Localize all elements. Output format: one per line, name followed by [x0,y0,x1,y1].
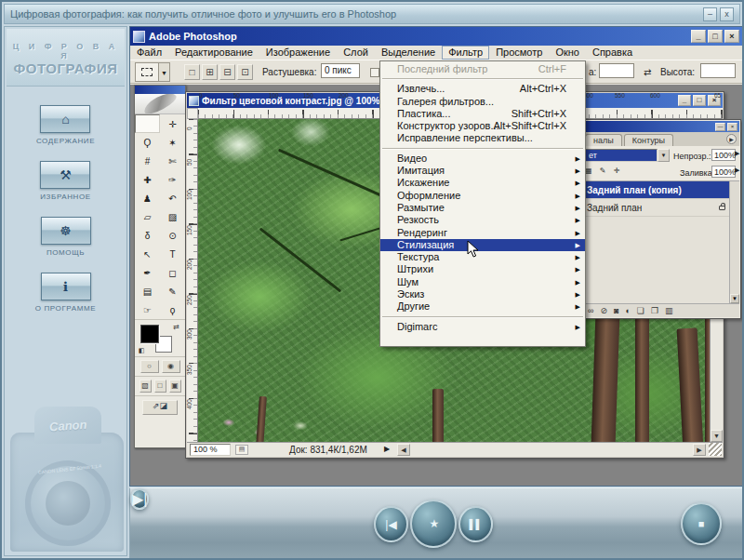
new-group-icon[interactable]: ❏ [637,306,644,315]
filter-menu-item[interactable]: Штрихи ▶ [380,263,585,275]
gradient-tool[interactable]: ▨ [160,207,185,226]
opacity-input[interactable]: 100% [711,149,736,161]
slice-tool[interactable]: ✄ [160,152,185,170]
fill-input[interactable]: 100% [711,166,736,178]
brush-tool[interactable]: ✑ [160,170,185,189]
menubar-item[interactable]: Справка [586,46,639,60]
filter-menu-item[interactable]: Другие ▶ [380,300,585,313]
toolbox-titlebar[interactable] [135,86,185,94]
scroll-down-icon[interactable]: ▼ [730,294,739,303]
delete-layer-icon[interactable]: ▥ [665,306,673,315]
pause-button[interactable]: ▌▌ [458,506,493,542]
lifebuoy-icon[interactable]: ☸ [41,217,91,245]
height-input[interactable] [700,63,736,78]
blend-mode-dropdown-icon[interactable]: ▼ [658,149,670,162]
fill-slider-icon[interactable]: ▶ [735,167,739,174]
filter-menu-item[interactable]: Эскиз ▶ [380,288,585,300]
shape-tool[interactable]: ◻ [160,263,185,282]
menubar-item[interactable]: Редактирование [168,46,259,60]
ps-close-button[interactable]: × [724,30,739,43]
filter-menu-item[interactable]: Оформление ▶ [380,190,585,202]
path-selection-tool[interactable]: ↖ [135,245,160,263]
healing-brush-tool[interactable]: ✚ [135,170,160,189]
zoom-level-input[interactable]: 100 % [190,444,231,456]
scroll-down-icon[interactable]: ▼ [711,430,723,442]
edit-in-imageready-button[interactable]: ⇗◪ [142,400,178,415]
quick-mask-button[interactable]: ◉ [162,360,180,373]
tab-paths[interactable]: Контуры [624,134,673,146]
stop-button[interactable]: ■ [681,502,722,545]
adjustment-layer-icon[interactable]: ◐ [625,306,630,315]
swap-dimensions-icon[interactable]: ⇄ [644,67,651,77]
ps-maximize-button[interactable]: □ [708,30,723,43]
scroll-right-icon[interactable]: ▶ [693,444,706,456]
filter-menu-item[interactable]: Извлечь... Alt+Ctrl+X ▶ [380,83,585,95]
filter-menu-item[interactable]: Шум ▶ [380,276,585,288]
opacity-slider-icon[interactable]: ▶ [735,150,739,157]
ps-minimize-button[interactable]: _ [691,30,706,43]
pen-tool[interactable]: ✒ [135,263,160,282]
filter-menu-item[interactable]: Рендеринг ▶ [380,227,585,239]
filter-menu-item[interactable]: Видео ▶ [380,153,585,165]
menubar-item[interactable]: Выделение [375,46,442,60]
filter-menu-item[interactable]: Стилизация ▶ [380,239,585,251]
doc-maximize-button[interactable]: □ [693,95,706,106]
zoom-tool[interactable]: ϙ [160,300,185,319]
filter-menu-item[interactable]: Резкость ▶ [380,214,585,226]
magic-wand-tool[interactable]: ✶ [160,133,185,152]
screen-mode-standard-button[interactable]: ▧ [140,380,152,393]
swap-colors-icon[interactable]: ⇄ [173,323,179,331]
palette-minimize-button[interactable]: — [715,123,725,131]
layer-style-icon[interactable]: ⊘ [600,306,607,315]
filter-menu-item[interactable]: Имитация ▶ [380,165,585,177]
type-tool[interactable]: T [160,245,185,263]
foreground-color-swatch[interactable] [140,325,159,343]
menubar-item[interactable]: Фильтр [442,46,489,60]
marquee-tool-preset[interactable] [135,62,159,82]
crop-tool[interactable]: # [135,152,160,170]
next-button[interactable]: ▶| [130,488,149,510]
menubar-item[interactable]: Просмотр [489,46,549,60]
lasso-tool[interactable]: Ϙ [135,133,160,152]
filter-menu-item[interactable]: Последний фильтр Ctrl+F ▶ [380,63,585,75]
filter-menu-item[interactable]: Пластика... Shift+Ctrl+X ▶ [380,108,585,120]
rect-marquee-tool[interactable] [135,114,160,133]
new-layer-icon[interactable]: ❐ [651,306,658,315]
layer-row[interactable]: Задний план [583,199,729,217]
tool-preset-dropdown[interactable]: ▼ [159,62,170,82]
selection-subtract-icon[interactable]: ⊟ [219,64,235,80]
selection-new-icon[interactable]: □ [184,64,200,80]
move-tool[interactable]: ✛ [160,114,185,133]
info-icon[interactable]: ℹ [41,273,91,300]
doc-minimize-button[interactable]: _ [678,95,691,106]
home-icon[interactable]: ⌂ [40,105,90,133]
default-colors-icon[interactable]: ◧ [139,347,145,354]
blur-tool[interactable]: δ [135,226,160,245]
history-brush-tool[interactable]: ↶ [160,189,185,207]
filter-menu-item[interactable]: Конструктор узоров... Alt+Shift+Ctrl+X ▶ [380,120,585,132]
menubar-item[interactable]: Слой [337,46,375,60]
selection-intersect-icon[interactable]: ⊡ [237,64,253,80]
hand-tool[interactable]: ☞ [135,300,160,319]
minimize-button[interactable]: – [703,7,717,21]
width-input[interactable] [599,63,634,78]
tab-channels[interactable]: налы [585,134,622,146]
selection-add-icon[interactable]: ⊞ [202,64,218,80]
eyedropper-tool[interactable]: ✎ [160,282,185,300]
filter-menu-item[interactable]: Галерея фильтров... ▶ [380,96,585,108]
screen-mode-full-menubar-button[interactable]: □ [154,380,166,393]
status-flyout-arrow[interactable]: ▶ [384,445,390,453]
filter-menu-item[interactable]: Digimarc ▶ [380,321,585,333]
filter-menu-item[interactable]: Искажение ▶ [380,177,585,189]
blend-mode-select[interactable]: ет [585,149,658,162]
previous-button[interactable]: |◀ [374,506,408,542]
clone-stamp-tool[interactable]: ♟ [135,189,160,207]
filter-menu-item[interactable]: Размытие ▶ [380,202,585,214]
tools-icon[interactable]: ⚒ [40,161,90,189]
menubar-item[interactable]: Окно [549,46,586,60]
filter-menu-item[interactable]: Текстура ▶ [380,251,585,263]
layer-mask-icon[interactable]: ◙ [614,306,618,315]
filter-menu-item[interactable]: Исправление перспективы... ▶ [380,132,585,144]
menubar-item[interactable]: Файл [130,46,168,60]
dodge-tool[interactable]: ⊙ [160,226,185,245]
